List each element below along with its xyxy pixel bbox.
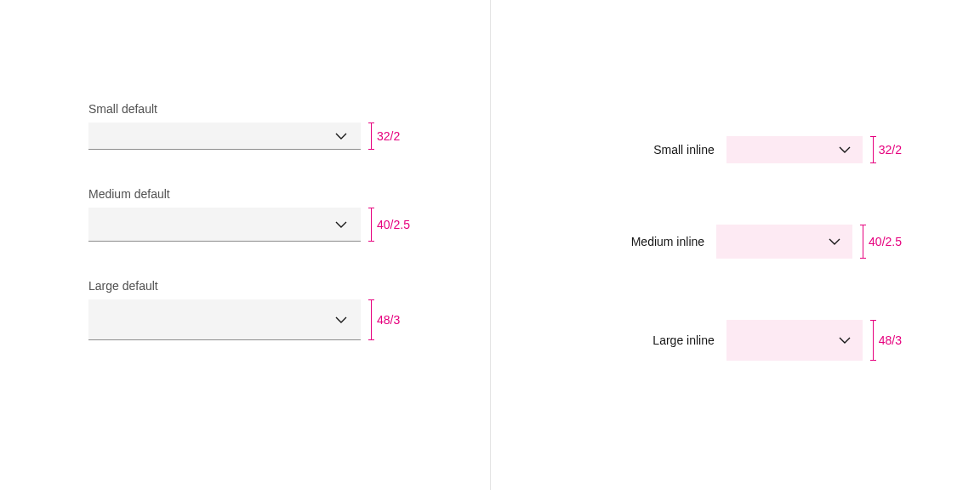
row-large-default: Large default 48/3 xyxy=(88,279,422,340)
label-small-default: Small default xyxy=(88,102,422,116)
dropdown-large-inline[interactable] xyxy=(726,320,863,361)
row-medium-default: Medium default 40/2.5 xyxy=(88,187,422,242)
label-large-default: Large default xyxy=(88,279,422,293)
row-large-inline: Large inline 48/3 xyxy=(491,320,981,361)
height-indicator: 32/2 xyxy=(873,136,902,163)
label-medium-default: Medium default xyxy=(88,187,422,201)
dropdown-large-default[interactable] xyxy=(88,299,361,340)
height-indicator: 40/2.5 xyxy=(371,208,410,242)
label-large-inline: Large inline xyxy=(652,333,714,347)
chevron-down-icon xyxy=(335,221,347,228)
chevron-down-icon xyxy=(839,146,851,153)
height-indicator: 32/2 xyxy=(371,122,400,150)
chevron-down-icon xyxy=(335,316,347,323)
inline-variant-column: Small inline 32/2 Medium inline 40/2.5 xyxy=(491,0,981,490)
dropdown-small-inline[interactable] xyxy=(726,136,863,163)
height-indicator: 40/2.5 xyxy=(863,225,902,259)
height-indicator: 48/3 xyxy=(371,299,400,340)
label-small-inline: Small inline xyxy=(653,143,715,157)
row-small-default: Small default 32/2 xyxy=(88,102,422,150)
chevron-down-icon xyxy=(839,337,851,344)
chevron-down-icon xyxy=(335,133,347,140)
default-variant-column: Small default 32/2 Medium default xyxy=(0,0,490,490)
measure-text: 32/2 xyxy=(377,129,400,143)
dropdown-medium-default[interactable] xyxy=(88,208,361,242)
measure-text: 48/3 xyxy=(879,333,902,347)
chevron-down-icon xyxy=(829,238,840,245)
height-indicator: 48/3 xyxy=(873,320,902,361)
measure-text: 40/2.5 xyxy=(869,235,902,248)
row-medium-inline: Medium inline 40/2.5 xyxy=(491,225,981,259)
dropdown-medium-inline[interactable] xyxy=(716,225,852,259)
row-small-inline: Small inline 32/2 xyxy=(491,136,981,163)
dropdown-small-default[interactable] xyxy=(88,122,361,150)
label-medium-inline: Medium inline xyxy=(631,235,704,248)
measure-text: 40/2.5 xyxy=(377,218,410,231)
measure-text: 48/3 xyxy=(377,313,400,327)
measure-text: 32/2 xyxy=(879,143,902,157)
